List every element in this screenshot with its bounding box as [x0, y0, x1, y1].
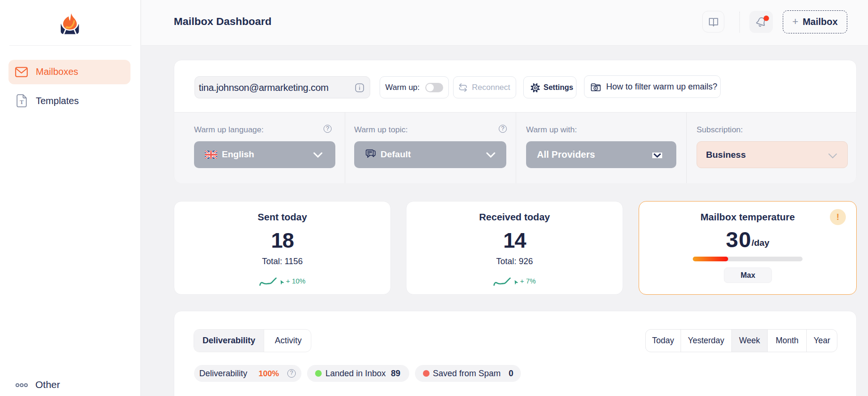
svg-text:T: T: [20, 99, 24, 105]
